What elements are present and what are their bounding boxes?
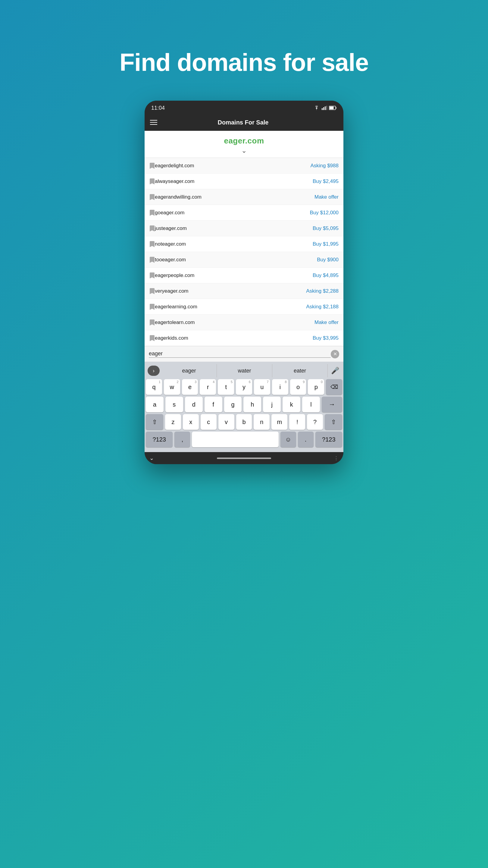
domain-price[interactable]: Asking $2,188 [306,304,338,310]
key-l[interactable]: l [302,397,320,412]
key-s[interactable]: s [165,397,183,412]
domain-name: eagerlearning.com [155,304,306,310]
status-time: 11:04 [151,105,165,111]
keyboard-expand-button[interactable]: › [148,366,160,376]
domain-list-item[interactable]: eagerkids.comBuy $3,995 [144,330,344,346]
clear-button[interactable]: ✕ [331,350,339,358]
domain-price[interactable]: Buy $4,895 [313,273,338,278]
domain-list-item[interactable]: eagerpeople.comBuy $4,895 [144,268,344,283]
menu-button[interactable] [150,120,157,125]
domain-list-item[interactable]: alwayseager.comBuy $2,495 [144,174,344,189]
key-f[interactable]: f [204,397,222,412]
key-symbols-right[interactable]: ?123 [315,432,342,447]
page-title: Find domains for sale [120,48,368,76]
search-bar[interactable]: eager.com ⌄ [144,131,344,158]
key-q[interactable]: q1 [146,379,162,395]
key-emoji[interactable]: ☺ [281,432,296,447]
key-question[interactable]: ? [307,414,323,430]
key-y[interactable]: y6 [236,379,252,395]
domain-list-item[interactable]: eagerdelight.comAsking $988 [144,158,344,174]
bookmark-icon [150,210,155,216]
key-exclaim[interactable]: ! [289,414,305,430]
domain-list-item[interactable]: eagerandwilling.comMake offer [144,189,344,205]
key-w[interactable]: w2 [164,379,180,395]
nav-bar: ⌄ ⋮ [144,452,344,464]
domain-list-item[interactable]: veryeager.comAsking $2,288 [144,283,344,299]
key-c[interactable]: c [201,414,217,430]
key-p[interactable]: p0 [308,379,324,395]
signal-icon [322,106,327,110]
key-enter[interactable]: → [322,397,342,412]
search-input[interactable]: eager [149,350,331,358]
status-bar: 11:04 [144,101,344,114]
search-input-bar[interactable]: eager ✕ [144,346,344,362]
key-g[interactable]: g [224,397,242,412]
key-b[interactable]: b [236,414,252,430]
key-z[interactable]: z [165,414,181,430]
key-symbols-left[interactable]: ?123 [146,432,173,447]
key-shift-right[interactable]: ⇧ [325,414,342,430]
domain-list-item[interactable]: justeager.comBuy $5,095 [144,221,344,236]
bookmark-icon [150,163,155,169]
key-o[interactable]: o9 [290,379,306,395]
keyboard-suggestions-row: › eager water eater 🎤 [146,364,342,377]
domain-list-item[interactable]: goeager.comBuy $12,000 [144,205,344,221]
key-k[interactable]: k [283,397,300,412]
nav-chevron-down[interactable]: ⌄ [150,455,154,461]
domain-list-item[interactable]: eagerlearning.comAsking $2,188 [144,299,344,315]
status-icons [313,105,337,110]
bookmark-icon [150,257,155,263]
key-space[interactable] [192,432,278,447]
battery-icon [329,106,337,110]
key-backspace[interactable]: ⌫ [326,379,342,395]
domain-price[interactable]: Buy $5,095 [313,225,338,231]
domain-list-item[interactable]: noteager.comBuy $1,995 [144,236,344,252]
suggestion-eater[interactable]: eater [272,364,328,377]
domain-list: eagerdelight.comAsking $988alwayseager.c… [144,158,344,346]
key-x[interactable]: x [183,414,199,430]
domain-price[interactable]: Buy $1,995 [313,241,338,247]
domain-name: veryeager.com [155,288,306,294]
domain-price[interactable]: Buy $2,495 [313,179,338,184]
domain-price[interactable]: Make offer [315,319,338,326]
domain-price[interactable]: Buy $900 [317,257,338,263]
bookmark-icon [150,241,155,247]
domain-price[interactable]: Buy $12,000 [310,210,338,216]
keyboard-row-2: a s d f g h j k l → [146,397,342,412]
bookmark-icon [150,335,155,341]
chevron-down-icon[interactable]: ⌄ [241,147,247,155]
key-e[interactable]: e3 [182,379,198,395]
key-comma[interactable]: , [174,432,190,447]
domain-price[interactable]: Asking $2,288 [306,288,338,294]
key-h[interactable]: h [243,397,261,412]
key-j[interactable]: j [263,397,281,412]
domain-list-item[interactable]: eagertolearn.comMake offer [144,315,344,330]
bookmark-icon [150,304,155,310]
key-r[interactable]: r4 [200,379,216,395]
domain-price[interactable]: Make offer [315,194,338,200]
domain-price[interactable]: Buy $3,995 [313,335,338,341]
svg-rect-6 [330,107,334,110]
app-header: Domains For Sale [144,114,344,131]
domain-price[interactable]: Asking $988 [310,163,338,169]
bookmark-icon [150,194,155,200]
key-a[interactable]: a [146,397,164,412]
app-header-title: Domains For Sale [157,119,329,126]
key-m[interactable]: m [271,414,287,430]
key-shift-left[interactable]: ⇧ [146,414,163,430]
keyboard: › eager water eater 🎤 q1 w2 e3 r4 t5 y6 … [144,362,344,452]
key-v[interactable]: v [218,414,234,430]
key-t[interactable]: t5 [218,379,234,395]
bookmark-icon [150,288,155,294]
key-u[interactable]: u7 [254,379,270,395]
key-d[interactable]: d [185,397,203,412]
key-period[interactable]: . [298,432,314,447]
keyboard-row-3: ⇧ z x c v b n m ! ? ⇧ [146,414,342,430]
domain-list-item[interactable]: tooeager.comBuy $900 [144,252,344,268]
suggestion-eager[interactable]: eager [161,364,217,377]
mic-icon[interactable]: 🎤 [330,365,340,376]
keyboard-dots: ⋮ [334,456,338,461]
suggestion-water[interactable]: water [217,364,272,377]
key-i[interactable]: i8 [272,379,288,395]
key-n[interactable]: n [254,414,270,430]
